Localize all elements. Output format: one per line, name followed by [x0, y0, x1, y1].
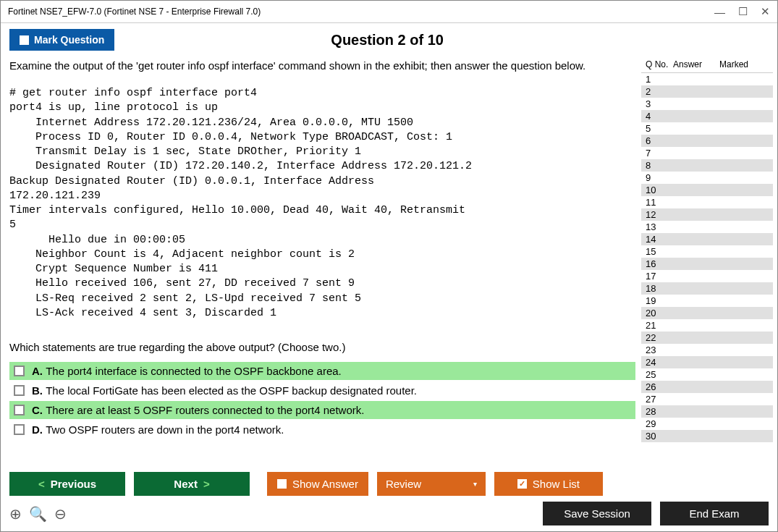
app-window: Fortinet NSE7_EFW-7.0 (Fortinet NSE 7 - … [0, 0, 778, 532]
answer-checkbox[interactable] [14, 405, 25, 415]
main-area: Examine the output of the 'get router in… [1, 56, 777, 468]
question-list-row[interactable]: 26 [641, 381, 773, 393]
question-list-row[interactable]: 22 [641, 332, 773, 344]
question-list-row[interactable]: 29 [641, 418, 773, 430]
save-session-button[interactable]: Save Session [543, 502, 651, 525]
question-list-row[interactable]: 20 [641, 307, 773, 319]
question-list-row[interactable]: 6 [641, 135, 773, 147]
col-answer: Answer [673, 59, 719, 69]
question-list-row[interactable]: 2 [641, 85, 773, 98]
checkbox-icon [277, 479, 287, 489]
question-counter: Question 2 of 10 [114, 32, 660, 48]
chevron-down-icon: ▾ [473, 480, 477, 488]
close-icon[interactable]: ✕ [761, 5, 770, 18]
question-list-row[interactable]: 12 [641, 208, 773, 221]
sidebar-header: Q No. Answer Marked [641, 56, 773, 73]
window-title: Fortinet NSE7_EFW-7.0 (Fortinet NSE 7 - … [8, 7, 261, 17]
answer-text: D. Two OSPF routers are down in the port… [32, 423, 284, 436]
review-button[interactable]: Review ▾ [377, 472, 486, 496]
question-list-row[interactable]: 10 [641, 184, 773, 196]
show-answer-button[interactable]: Show Answer [267, 472, 368, 496]
checkbox-checked-icon [517, 479, 527, 489]
question-list-row[interactable]: 19 [641, 295, 773, 307]
question-list-row[interactable]: 18 [641, 282, 773, 295]
question-list-row[interactable]: 9 [641, 172, 773, 184]
zoom-out-icon[interactable]: ⊖ [54, 505, 67, 523]
question-list-row[interactable]: 30 [641, 430, 773, 442]
question-list-row[interactable]: 25 [641, 368, 773, 381]
answer-row[interactable]: D. Two OSPF routers are down in the port… [9, 421, 635, 439]
window-controls: — ☐ ✕ [714, 5, 770, 18]
question-list-row[interactable]: 14 [641, 233, 773, 245]
answer-row[interactable]: C. There are at least 5 OSPF routers con… [9, 401, 635, 419]
bottom-row-2: ⊕ 🔍 ⊖ Save Session End Exam [9, 502, 769, 525]
answer-text: A. The port4 interface is connected to t… [32, 365, 342, 377]
bottom-area: < Previous Next > Show Answer Review ▾ S… [1, 468, 777, 525]
zoom-controls: ⊕ 🔍 ⊖ [9, 505, 67, 523]
sidebar-list[interactable]: 1234567891011121314151617181920212223242… [641, 73, 773, 468]
answers-list: A. The port4 interface is connected to t… [9, 362, 635, 439]
previous-label: Previous [51, 478, 96, 490]
minimize-icon[interactable]: — [714, 6, 725, 18]
question-list-row[interactable]: 17 [641, 270, 773, 282]
exhibit-output: # get router info ospf interface port4 p… [9, 86, 635, 321]
answer-checkbox[interactable] [14, 385, 25, 396]
question-list-row[interactable]: 8 [641, 159, 773, 172]
question-list-row[interactable]: 1 [641, 73, 773, 85]
question-list-row[interactable]: 11 [641, 196, 773, 208]
question-list-row[interactable]: 23 [641, 344, 773, 356]
mark-question-label: Mark Question [34, 34, 104, 46]
question-list-row[interactable]: 13 [641, 221, 773, 233]
answer-text: B. The local FortiGate has been elected … [32, 384, 417, 397]
previous-button[interactable]: < Previous [9, 472, 125, 496]
checkbox-icon [20, 35, 29, 45]
header-row: Mark Question Question 2 of 10 [1, 23, 777, 56]
question-list-row[interactable]: 5 [641, 122, 773, 135]
question-list-row[interactable]: 28 [641, 405, 773, 418]
answer-checkbox[interactable] [14, 424, 25, 435]
answer-row[interactable]: B. The local FortiGate has been elected … [9, 381, 635, 400]
answer-row[interactable]: A. The port4 interface is connected to t… [9, 362, 635, 380]
question-list-row[interactable]: 21 [641, 319, 773, 332]
zoom-reset-icon[interactable]: ⊕ [9, 505, 22, 523]
col-qno: Q No. [643, 59, 673, 69]
bottom-row-1: < Previous Next > Show Answer Review ▾ S… [9, 472, 769, 496]
maximize-icon[interactable]: ☐ [738, 5, 748, 18]
question-list-row[interactable]: 15 [641, 245, 773, 258]
question-list-row[interactable]: 4 [641, 110, 773, 122]
show-list-label: Show List [533, 478, 580, 490]
end-exam-button[interactable]: End Exam [660, 502, 769, 525]
question-list-row[interactable]: 7 [641, 147, 773, 159]
question-sidebar: Q No. Answer Marked 12345678910111213141… [641, 56, 773, 468]
question-list-row[interactable]: 27 [641, 393, 773, 405]
next-label: Next [174, 478, 198, 490]
question-list-row[interactable]: 24 [641, 356, 773, 368]
next-button[interactable]: Next > [134, 472, 250, 496]
question-list-row[interactable]: 3 [641, 98, 773, 110]
show-answer-label: Show Answer [292, 478, 358, 490]
question-list-row[interactable]: 16 [641, 258, 773, 270]
answer-text: C. There are at least 5 OSPF routers con… [32, 404, 364, 416]
chevron-right-icon: > [203, 478, 210, 490]
col-marked: Marked [719, 59, 771, 69]
question-content[interactable]: Examine the output of the 'get router in… [9, 56, 640, 468]
answer-checkbox[interactable] [14, 366, 25, 376]
mark-question-button[interactable]: Mark Question [9, 29, 114, 51]
zoom-in-icon[interactable]: 🔍 [29, 505, 47, 523]
show-list-button[interactable]: Show List [494, 472, 603, 496]
review-label: Review [386, 478, 421, 490]
chevron-left-icon: < [38, 478, 45, 490]
titlebar: Fortinet NSE7_EFW-7.0 (Fortinet NSE 7 - … [1, 1, 777, 23]
question-followup: Which statements are true regarding the … [9, 341, 635, 353]
question-prompt: Examine the output of the 'get router in… [9, 59, 635, 72]
